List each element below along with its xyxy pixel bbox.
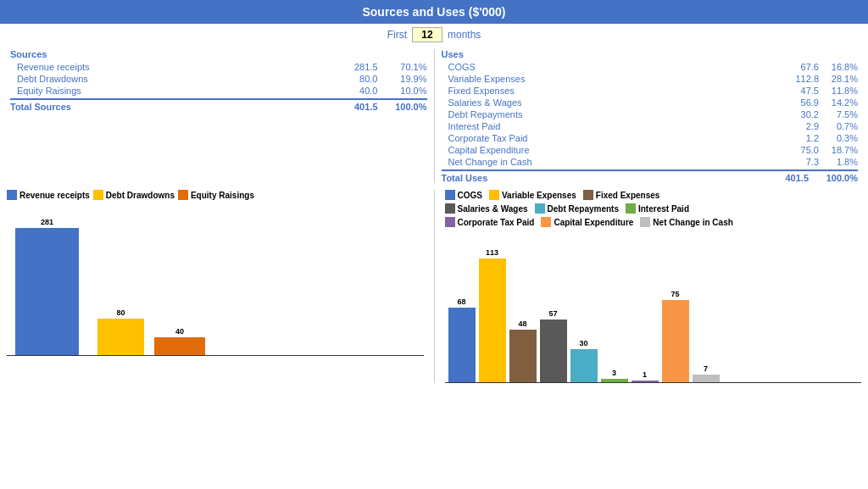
row-label: Debt Repayments [442, 109, 791, 119]
uses-total-label: Total Uses [442, 173, 774, 183]
uses-rows: COGS 67.6 16.8%Variable Expenses 112.8 2… [442, 61, 859, 168]
sources-total-label: Total Sources [10, 102, 342, 112]
legend-item: Equity Raisings [178, 190, 254, 200]
bar-value-label: 1 [643, 370, 647, 379]
bar [540, 320, 567, 382]
row-value2: 14.2% [824, 97, 858, 108]
bar-group: 113 [479, 248, 506, 382]
row-label: Debt Drawdowns [10, 74, 342, 84]
sources-legend: Revenue receipts Debt Drawdowns Equity R… [7, 190, 424, 200]
bar-value-label: 281 [41, 218, 53, 226]
row-label: COGS [442, 62, 791, 72]
bar [509, 330, 537, 382]
row-value2: 19.9% [385, 74, 427, 84]
bar-group: 80 [97, 308, 144, 355]
bar [479, 258, 506, 382]
row-value2: 10.0% [385, 86, 427, 96]
bar-value-label: 57 [548, 309, 557, 318]
legend-label: Debt Drawdowns [106, 191, 175, 200]
bar [632, 381, 659, 382]
table-row: Net Change in Cash 7.3 1.8% [442, 156, 859, 168]
months-label-before: First [387, 29, 407, 41]
legend-label: Corporate Tax Paid [458, 218, 535, 227]
legend-color-box [178, 190, 188, 200]
row-value2: 16.8% [824, 62, 858, 72]
bar-value-label: 113 [486, 248, 498, 257]
legend-color-box [583, 190, 593, 200]
months-row: First months [0, 24, 868, 46]
charts-section: Revenue receipts Debt Drawdowns Equity R… [0, 186, 868, 386]
table-row: Variable Expenses 112.8 28.1% [442, 73, 859, 85]
legend-item: Fixed Expenses [583, 190, 660, 200]
legend-item: Variable Expenses [489, 190, 576, 200]
row-value1: 281.5 [342, 62, 385, 72]
legend-item: COGS [445, 190, 482, 200]
row-label: Revenue receipts [10, 62, 342, 72]
legend-item: Interest Paid [626, 203, 689, 214]
bar [570, 349, 598, 382]
legend-item: Revenue receipts [7, 190, 90, 200]
uses-total-row: Total Uses 401.5 100.0% [442, 169, 859, 183]
legend-color-box [535, 203, 545, 214]
table-row: Corporate Tax Paid 1.2 0.3% [442, 132, 859, 144]
row-value1: 47.5 [790, 86, 824, 96]
legend-color-box [541, 217, 551, 227]
table-row: Capital Expenditure 75.0 18.7% [442, 144, 859, 156]
uses-legend: COGS Variable Expenses Fixed Expenses Sa… [445, 190, 862, 227]
legend-label: Equity Raisings [191, 191, 254, 200]
row-value2: 7.5% [824, 109, 858, 119]
table-row: Salaries & Wages 56.9 14.2% [442, 97, 859, 108]
uses-section: Uses COGS 67.6 16.8%Variable Expenses 11… [438, 49, 862, 183]
row-value1: 30.2 [790, 109, 824, 119]
bar-group: 48 [509, 320, 537, 382]
row-label: Net Change in Cash [442, 157, 791, 167]
row-value1: 112.8 [790, 74, 824, 84]
legend-color-box [626, 203, 636, 214]
legend-label: Revenue receipts [19, 191, 90, 200]
chart-divider [434, 190, 435, 383]
legend-label: Capital Expenditure [554, 218, 633, 227]
legend-label: Net Change in Cash [653, 218, 732, 227]
row-label: Capital Expenditure [442, 145, 791, 155]
legend-label: Salaries & Wages [458, 204, 528, 214]
row-label: Variable Expenses [442, 74, 791, 84]
row-label: Equity Raisings [10, 86, 342, 96]
bar-value-label: 68 [457, 297, 465, 306]
bar [154, 337, 205, 355]
bar [601, 379, 628, 382]
row-value1: 80.0 [342, 74, 385, 84]
table-row: Interest Paid 2.9 0.7% [442, 120, 859, 132]
main-content: Sources Revenue receipts 281.5 70.1%Debt… [0, 46, 868, 186]
bar [15, 228, 79, 355]
table-row: Debt Repayments 30.2 7.5% [442, 108, 859, 120]
months-input[interactable] [412, 27, 442, 42]
bar-value-label: 7 [704, 364, 708, 373]
row-value1: 1.2 [790, 133, 824, 143]
legend-label: Variable Expenses [502, 191, 576, 200]
bar-group: 68 [448, 297, 476, 382]
table-row: Debt Drawdowns 80.0 19.9% [10, 73, 427, 85]
months-label-after: months [448, 29, 481, 41]
row-value2: 0.3% [824, 133, 858, 143]
sources-bar-chart: 281 80 40 [7, 203, 424, 356]
row-value1: 2.9 [790, 121, 824, 131]
legend-color-box [445, 217, 455, 227]
bar-group: 281 [15, 218, 79, 355]
legend-color-box [445, 203, 455, 214]
bar-value-label: 30 [579, 339, 587, 347]
sources-total-row: Total Sources 401.5 100.0% [10, 98, 427, 112]
legend-item: Corporate Tax Paid [445, 217, 535, 227]
row-value2: 70.1% [385, 62, 427, 72]
row-value2: 11.8% [824, 86, 858, 96]
legend-item: Net Change in Cash [640, 217, 732, 227]
sources-section: Sources Revenue receipts 281.5 70.1%Debt… [7, 49, 431, 183]
row-label: Salaries & Wages [442, 97, 791, 108]
row-value1: 75.0 [790, 145, 824, 155]
bar [662, 300, 689, 382]
bar-value-label: 75 [670, 290, 679, 298]
bar [693, 375, 720, 382]
uses-total-value1: 401.5 [773, 173, 815, 183]
bar-group: 40 [154, 327, 205, 355]
row-value2: 1.8% [824, 157, 858, 167]
row-value1: 40.0 [342, 86, 385, 96]
